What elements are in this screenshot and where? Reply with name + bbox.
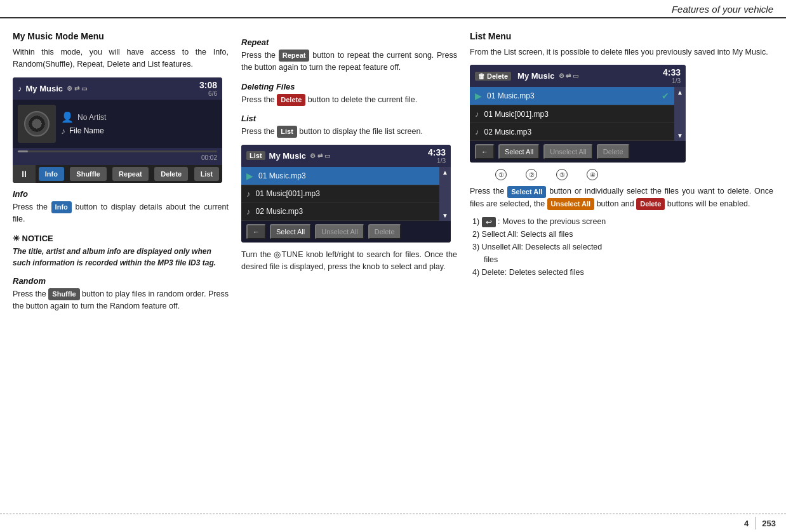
list-item[interactable]: ♪ 01 Music[001].mp3 [241, 185, 439, 203]
unselect-inline-btn[interactable]: Unselect All [547, 198, 595, 210]
list-header-icon: List [246, 151, 265, 160]
player-app-name: My Music [26, 84, 63, 93]
numbered-item-4: 4) Delete: Deletes selected files [470, 266, 773, 279]
right-list-rows-container: ▶ 01 Music.mp3 ✔ ♪ 01 Music[001].mp3 ♪ 0… [470, 87, 686, 141]
player-ui: ♪ My Music ⚙ ⇄ ▭ 3:08 6/6 👤 No Artist [13, 77, 222, 183]
note-icon: ♪ [61, 126, 65, 136]
mid-list-rows-container: ▶ 01 Music.mp3 ♪ 01 Music[001].mp3 ♪ 02 … [241, 167, 451, 221]
mid-delete-button[interactable]: Delete [368, 224, 401, 239]
info-body: Press the Info button to display details… [13, 201, 229, 226]
shuffle-inline-btn[interactable]: Shuffle [48, 288, 79, 300]
delete-button[interactable]: Delete [154, 167, 188, 181]
numbered-item-3: 3) Unsellet All: Deselects all selected [470, 241, 773, 253]
player-header-icons: ⚙ ⇄ ▭ [67, 85, 87, 92]
left-section-title: My Music Mode Menu [13, 31, 229, 41]
repeat-text-1: Press the [241, 51, 276, 60]
right-scroll-down[interactable]: ▼ [674, 132, 686, 139]
list-item[interactable]: ▶ 01 Music.mp3 ✔ [470, 87, 674, 105]
page-header: Features of your vehicle [0, 0, 786, 18]
list-body: Press the List button to display the fil… [241, 126, 457, 138]
right-list-header-icons: ⚙ ⇄ ▭ [559, 72, 579, 79]
scroll-down-arrow[interactable]: ▼ [439, 212, 451, 219]
right-back-button[interactable]: ← [475, 144, 495, 159]
list-item[interactable]: ♪ 02 Music.mp3 [241, 203, 439, 221]
mid-list-count: 1/3 [428, 157, 446, 164]
sel-text-1: Press the [470, 187, 504, 196]
mid-list-ui: List My Music ⚙ ⇄ ▭ 4:33 1/3 ▶ 01 Music.… [241, 145, 451, 243]
player-info: 👤 No Artist ♪ File Name [61, 111, 217, 136]
select-all-explanation: Press the Select All button or individua… [470, 185, 773, 210]
delete-text-2: button to delete the current file. [308, 95, 417, 104]
right-list-ui: 🗑 Delete My Music ⚙ ⇄ ▭ 4:33 1/3 ▶ 01 Mu… [470, 65, 686, 163]
player-body: 👤 No Artist ♪ File Name [13, 100, 222, 148]
player-buttons-row: Info Shuffle Repeat Delete List [36, 167, 222, 181]
list-item-name-2: 01 Music[001].mp3 [256, 189, 435, 198]
right-list-header-left: 🗑 Delete My Music ⚙ ⇄ ▭ [475, 71, 578, 81]
info-text-1: Press the [13, 203, 48, 211]
repeat-button[interactable]: Repeat [112, 167, 149, 181]
right-list-scroll: ▲ ▼ [674, 87, 686, 141]
page-footer: 4 253 [0, 514, 786, 532]
delete-inline-btn[interactable]: Delete [277, 94, 305, 106]
footer-page-count: 253 [762, 519, 776, 528]
info-section-title: Info [13, 189, 229, 199]
music-icon-r3: ♪ [475, 127, 479, 136]
right-list-time: 4:33 [663, 67, 681, 77]
right-list-item-2: 01 Music[001].mp3 [484, 110, 670, 119]
check-icon-1: ✔ [662, 91, 669, 101]
disc-icon [24, 111, 50, 136]
list-item[interactable]: ▶ 01 Music.mp3 [241, 167, 439, 185]
list-item[interactable]: ♪ 02 Music.mp3 [470, 123, 674, 141]
delete-text-1: Press the [241, 95, 275, 104]
progress-bar [18, 150, 217, 152]
list-item[interactable]: ♪ 01 Music[001].mp3 [470, 105, 674, 123]
tune-text: Turn the ◎TUNE knob left/right to search… [241, 249, 457, 274]
right-list-header-right: 4:33 1/3 [663, 67, 681, 84]
back-arrow-icon: ↩ [482, 217, 496, 227]
player-album-art [18, 105, 56, 143]
right-unselect-all-button[interactable]: Unselect All [543, 144, 592, 159]
main-content: My Music Mode Menu Within this mode, you… [0, 18, 786, 525]
repeat-inline-btn[interactable]: Repeat [279, 50, 310, 62]
delete-section-title: Deleting Files [241, 82, 457, 91]
right-delete-button[interactable]: Delete [597, 144, 630, 159]
mid-select-all-button[interactable]: Select All [270, 224, 311, 239]
right-select-all-button[interactable]: Select All [498, 144, 540, 159]
delete-inline-btn-2[interactable]: Delete [636, 198, 665, 210]
list-item-name-1: 01 Music.mp3 [258, 171, 434, 180]
progress-time: 00:02 [18, 154, 217, 161]
right-scroll-up[interactable]: ▲ [674, 89, 686, 96]
mid-list-header-right: 4:33 1/3 [428, 147, 446, 164]
numbered-item-3b: files [470, 253, 773, 266]
shuffle-button[interactable]: Shuffle [70, 167, 106, 181]
footer-page-number: 4 [744, 519, 749, 528]
info-button[interactable]: Info [39, 167, 64, 181]
music-icon-r2: ♪ [475, 109, 479, 119]
num-circle-4: ④ [587, 169, 598, 180]
right-column: List Menu From the List screen, it is po… [470, 31, 773, 519]
notice-title: ✳ NOTICE [13, 234, 229, 243]
numbered-item-1: 1) ↩ : Moves to the previous screen [470, 215, 773, 228]
list-text-2: button to display the file list screen. [299, 127, 423, 136]
repeat-section-title: Repeat [241, 37, 457, 47]
play-icon-r1: ▶ [475, 91, 482, 101]
music-note-icon-3: ♪ [246, 207, 251, 216]
select-all-inline-btn[interactable]: Select All [507, 186, 546, 198]
mid-unselect-all-button[interactable]: Unselect All [315, 224, 364, 239]
mid-list-bottom-bar: ← Select All Unselect All Delete [241, 221, 451, 243]
player-header: ♪ My Music ⚙ ⇄ ▭ 3:08 6/6 [13, 77, 222, 100]
notice-box: ✳ NOTICE The title, artist and album inf… [13, 234, 229, 269]
left-column: My Music Mode Menu Within this mode, you… [13, 31, 229, 519]
list-button[interactable]: List [194, 167, 220, 181]
info-inline-btn[interactable]: Info [51, 201, 72, 213]
mid-list-app-name: My Music [269, 151, 307, 161]
player-artist: No Artist [77, 113, 106, 122]
scroll-up-arrow[interactable]: ▲ [439, 169, 451, 176]
num-circle-2: ② [526, 169, 537, 180]
mid-list-header-icons: ⚙ ⇄ ▭ [310, 152, 330, 159]
mid-back-button[interactable]: ← [246, 224, 266, 239]
notice-text: The title, artist and album info are dis… [13, 246, 229, 269]
pause-button[interactable]: ⏸ [13, 165, 36, 183]
numbered-item-2: 2) Sellect All: Selects all files [470, 228, 773, 241]
list-inline-btn[interactable]: List [277, 126, 297, 138]
